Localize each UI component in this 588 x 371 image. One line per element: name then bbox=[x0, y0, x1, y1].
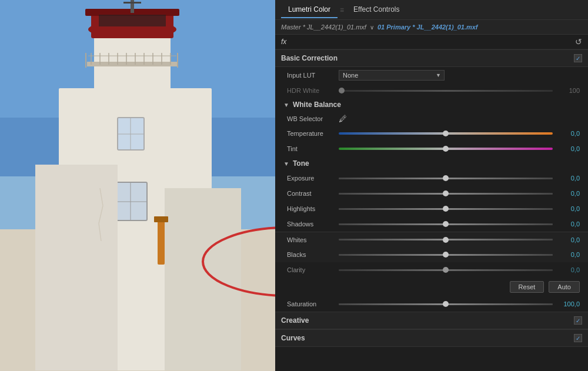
reset-button[interactable]: Reset bbox=[510, 281, 544, 293]
saturation-label: Saturation bbox=[287, 300, 334, 308]
master-label: Master * JL__2442(1)_01.mxf bbox=[281, 24, 366, 31]
whites-label: Whites bbox=[287, 236, 334, 243]
tab-divider: ≡ bbox=[338, 6, 346, 14]
contrast-track bbox=[339, 193, 553, 195]
shadows-thumb[interactable] bbox=[443, 221, 449, 227]
panel-content[interactable]: Basic Correction Input LUT None ▼ HDR Wh… bbox=[275, 49, 588, 371]
tone-title: Tone bbox=[293, 159, 309, 168]
hdr-white-row: HDR White 100 bbox=[275, 83, 588, 98]
svg-rect-21 bbox=[35, 165, 118, 370]
temperature-thumb[interactable] bbox=[443, 131, 449, 136]
clarity-value: 0,0 bbox=[557, 266, 580, 273]
highlights-label: Highlights bbox=[287, 205, 334, 212]
contrast-thumb[interactable] bbox=[443, 190, 449, 196]
whites-row: Whites 0,0 bbox=[275, 232, 588, 247]
whites-thumb[interactable] bbox=[443, 237, 449, 243]
saturation-slider-container[interactable] bbox=[339, 300, 553, 308]
hdr-white-slider-container[interactable] bbox=[339, 86, 553, 95]
hdr-white-label: HDR White bbox=[287, 87, 334, 94]
saturation-thumb[interactable] bbox=[443, 301, 449, 307]
section-header-left: Basic Correction bbox=[281, 54, 338, 62]
svg-rect-22 bbox=[165, 188, 241, 370]
blacks-thumb[interactable] bbox=[443, 252, 449, 258]
blacks-label: Blacks bbox=[287, 251, 334, 258]
shadows-slider-container[interactable] bbox=[339, 220, 553, 228]
clarity-thumb[interactable] bbox=[443, 267, 449, 273]
curves-checkbox[interactable] bbox=[574, 334, 582, 342]
clarity-slider-container[interactable] bbox=[339, 266, 553, 274]
tone-subsection[interactable]: ▼ Tone bbox=[275, 156, 588, 171]
temperature-value: 0,0 bbox=[557, 130, 580, 137]
buttons-row: Reset Auto bbox=[275, 278, 588, 296]
temperature-slider-container[interactable] bbox=[339, 129, 553, 138]
tint-slider-container[interactable] bbox=[339, 145, 553, 153]
clarity-label: Clarity bbox=[287, 266, 334, 273]
hdr-white-track bbox=[339, 90, 553, 92]
reset-effect-icon[interactable]: ↺ bbox=[575, 37, 582, 46]
creative-section[interactable]: Creative bbox=[275, 312, 588, 329]
svg-rect-10 bbox=[87, 62, 178, 66]
svg-rect-26 bbox=[154, 216, 168, 222]
basic-correction-checkbox[interactable] bbox=[574, 54, 582, 62]
image-panel bbox=[0, 0, 275, 371]
blacks-value: 0,0 bbox=[557, 251, 580, 258]
tab-lumetri-color[interactable]: Lumetri Color bbox=[281, 2, 338, 18]
tab-effect-controls[interactable]: Effect Controls bbox=[346, 2, 406, 18]
tint-label: Tint bbox=[287, 145, 334, 152]
creative-checkbox[interactable] bbox=[574, 316, 582, 325]
tabs-bar: Lumetri Color ≡ Effect Controls bbox=[275, 0, 588, 20]
exposure-value: 0,0 bbox=[557, 175, 580, 182]
creative-title: Creative bbox=[281, 316, 309, 325]
exposure-track bbox=[339, 178, 553, 179]
exposure-label: Exposure bbox=[287, 175, 334, 182]
blacks-track bbox=[339, 254, 553, 256]
curves-header-left: Curves bbox=[281, 334, 305, 342]
highlights-track bbox=[339, 208, 553, 210]
basic-correction-section[interactable]: Basic Correction bbox=[275, 49, 588, 67]
wb-selector-row: WB Selector 🖉 bbox=[275, 112, 588, 126]
exposure-thumb[interactable] bbox=[443, 175, 449, 181]
blacks-slider-container[interactable] bbox=[339, 250, 553, 259]
hdr-white-thumb[interactable] bbox=[339, 88, 345, 93]
svg-rect-9 bbox=[99, 15, 166, 26]
svg-rect-5 bbox=[94, 29, 171, 176]
exposure-row: Exposure 0,0 bbox=[275, 171, 588, 186]
clarity-track bbox=[339, 269, 553, 271]
saturation-value: 100,0 bbox=[557, 300, 580, 308]
input-lut-dropdown-wrapper[interactable]: None ▼ bbox=[339, 70, 445, 81]
saturation-track bbox=[339, 303, 553, 305]
whites-slider-container[interactable] bbox=[339, 236, 553, 244]
tint-value: 0,0 bbox=[557, 145, 580, 152]
shadows-value: 0,0 bbox=[557, 220, 580, 228]
right-panel: Lumetri Color ≡ Effect Controls Master *… bbox=[275, 0, 588, 371]
creative-header-left: Creative bbox=[281, 316, 309, 325]
tint-row: Tint 0,0 bbox=[275, 141, 588, 156]
exposure-slider-container[interactable] bbox=[339, 174, 553, 182]
input-lut-label: Input LUT bbox=[287, 72, 334, 79]
contrast-slider-container[interactable] bbox=[339, 189, 553, 198]
auto-button[interactable]: Auto bbox=[549, 281, 580, 293]
eyedropper-icon[interactable]: 🖉 bbox=[339, 114, 347, 123]
dropdown-arrow[interactable]: ∨ bbox=[370, 24, 374, 31]
input-lut-row: Input LUT None ▼ bbox=[275, 67, 588, 83]
saturation-row: Saturation 100,0 bbox=[275, 296, 588, 312]
tint-track bbox=[339, 148, 553, 150]
input-lut-select[interactable]: None bbox=[339, 70, 445, 81]
contrast-row: Contrast 0,0 bbox=[275, 186, 588, 201]
highlights-thumb[interactable] bbox=[443, 206, 449, 212]
curves-section[interactable]: Curves bbox=[275, 329, 588, 347]
highlights-slider-container[interactable] bbox=[339, 205, 553, 213]
tint-thumb[interactable] bbox=[443, 146, 449, 152]
svg-rect-11 bbox=[85, 53, 86, 68]
svg-rect-24 bbox=[123, 2, 141, 4]
contrast-label: Contrast bbox=[287, 190, 334, 197]
hdr-white-value: 100 bbox=[557, 87, 580, 94]
white-balance-subsection[interactable]: ▼ White Balance bbox=[275, 98, 588, 112]
svg-rect-25 bbox=[158, 218, 165, 265]
shadows-row: Shadows 0,0 bbox=[275, 216, 588, 232]
header-row: Master * JL__2442(1)_01.mxf ∨ 01 Primary… bbox=[275, 20, 588, 35]
shadows-track bbox=[339, 223, 553, 225]
white-balance-title: White Balance bbox=[293, 101, 341, 109]
temperature-label: Temperature bbox=[287, 130, 334, 137]
highlights-row: Highlights 0,0 bbox=[275, 201, 588, 216]
